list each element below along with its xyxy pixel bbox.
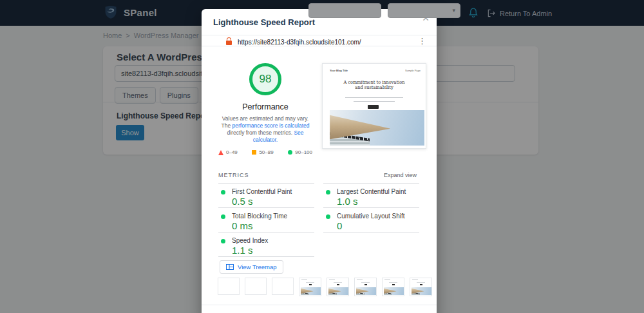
- modal-divider: [202, 35, 437, 35]
- filmstrip-frame-blank: [245, 278, 267, 295]
- performance-gauge: 98: [249, 63, 281, 95]
- spanel-wordpress-manager-page: SPanel Return To Admin ▾ Home > WordPres…: [0, 0, 644, 313]
- calculated-link[interactable]: performance score is calculated: [232, 122, 310, 129]
- treemap-icon: [226, 264, 234, 270]
- legend-range: 50–89: [259, 149, 273, 155]
- legend-item-average: 50–89: [252, 149, 273, 155]
- metric-total-blocking-time: Total Blocking Time 0 ms: [218, 207, 314, 232]
- metric-dot-icon: [221, 214, 225, 219]
- metric-largest-contentful-paint: Largest Contentful Paint 1.0 s: [323, 183, 419, 207]
- kebab-menu-icon[interactable]: ⋮: [418, 36, 426, 46]
- expand-view-link[interactable]: Expand view: [384, 172, 417, 178]
- metric-value: 0: [337, 220, 342, 231]
- metric-name: First Contentful Paint: [232, 188, 292, 195]
- filmstrip-frame: [299, 278, 321, 296]
- lock-icon: [226, 41, 232, 45]
- metric-name: Largest Contentful Paint: [337, 188, 406, 195]
- metric-value: 0.5 s: [232, 196, 253, 207]
- metric-value: 0 ms: [232, 220, 253, 231]
- filmstrip-frame: [382, 278, 404, 296]
- legend-item-good: 90–100: [288, 149, 312, 155]
- metrics-divider: [323, 232, 419, 232]
- metric-dot-icon: [221, 190, 225, 194]
- metric-speed-index: Speed Index 1.1 s: [218, 232, 314, 256]
- report-url: https://site82113-d3fqih.scloudsite101.c…: [238, 39, 361, 46]
- view-treemap-button[interactable]: View Treemap: [220, 260, 283, 274]
- metrics-heading: METRICS: [218, 172, 249, 178]
- metric-first-contentful-paint: First Contentful Paint 0.5 s: [218, 183, 314, 207]
- legend-triangle-icon: [218, 150, 223, 155]
- preview-cta-button: [368, 105, 379, 109]
- loading-filmstrip: [218, 278, 432, 296]
- metric-value: 1.0 s: [337, 196, 358, 207]
- metric-name: Cumulative Layout Shift: [337, 213, 405, 220]
- metric-dot-icon: [221, 239, 225, 243]
- performance-label: Performance: [214, 102, 316, 111]
- metric-dot-icon: [326, 214, 330, 219]
- preview-building-photo: [330, 110, 424, 146]
- metric-cumulative-layout-shift: Cumulative Layout Shift 0: [323, 207, 419, 232]
- metric-dot-icon: [326, 190, 330, 194]
- modal-footer-divider: [202, 305, 437, 305]
- metrics-column-right: Largest Contentful Paint 1.0 s Cumulativ…: [323, 183, 419, 232]
- filmstrip-frame-blank: [272, 278, 294, 295]
- legend-circle-icon: [288, 150, 292, 155]
- modal-divider: [202, 46, 437, 46]
- legend-range: 0–49: [226, 149, 238, 155]
- filmstrip-frame: [354, 278, 377, 296]
- modal-title: Lighthouse Speed Report: [213, 17, 315, 27]
- header-action-button[interactable]: [308, 3, 381, 18]
- metric-name: Speed Index: [232, 237, 268, 244]
- performance-score-block: 98 Performance Values are estimated and …: [214, 63, 316, 155]
- metric-name: Total Blocking Time: [232, 213, 287, 220]
- view-treemap-label: View Treemap: [238, 263, 277, 270]
- preview-heading: A commitment to innovation and sustainab…: [340, 79, 408, 90]
- disclaimer-text: directly from these metrics.: [227, 129, 294, 136]
- legend-item-poor: 0–49: [218, 149, 238, 155]
- metrics-divider: [218, 256, 314, 257]
- preview-nav-link: Sample Page: [405, 69, 421, 72]
- filmstrip-frame: [327, 278, 349, 296]
- filmstrip-frame: [410, 278, 432, 296]
- preview-paragraph-line: [354, 101, 395, 102]
- metrics-column-left: First Contentful Paint 0.5 s Total Block…: [218, 183, 314, 257]
- site-screenshot-preview: Your Blog Title Sample Page A commitment…: [322, 63, 426, 149]
- preview-site-title: Your Blog Title: [330, 69, 348, 72]
- lighthouse-modal: Lighthouse Speed Report ✕ https://site82…: [202, 9, 437, 313]
- score-legend: 0–49 50–89 90–100: [214, 149, 316, 155]
- metric-value: 1.1 s: [232, 245, 253, 256]
- score-disclaimer: Values are estimated and may vary. The p…: [218, 115, 312, 144]
- preview-paragraph-line: [345, 97, 403, 98]
- header-dropdown[interactable]: ▾: [388, 3, 460, 18]
- chevron-down-icon: ▾: [452, 8, 455, 14]
- legend-range: 90–100: [295, 149, 312, 155]
- legend-square-icon: [252, 150, 256, 155]
- performance-score: 98: [260, 73, 272, 86]
- filmstrip-frame-blank: [218, 278, 240, 295]
